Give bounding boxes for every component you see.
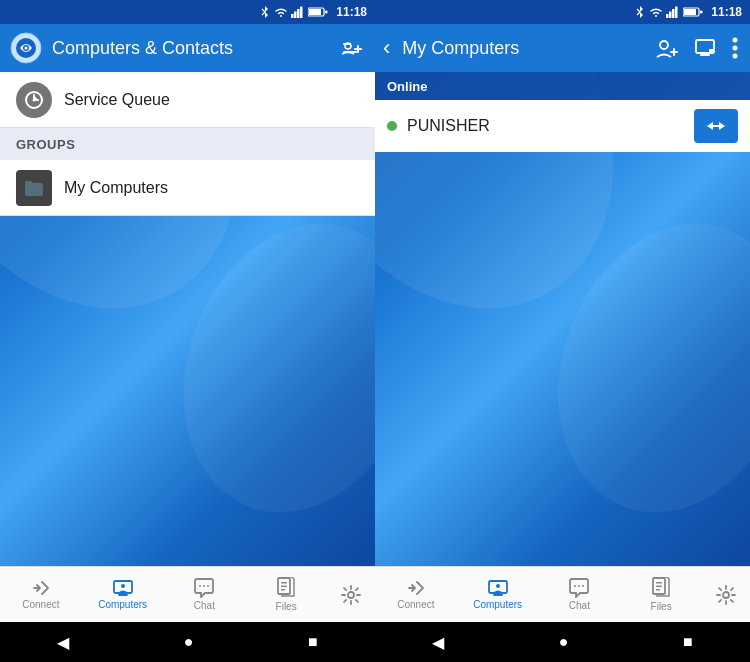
left-panel: 11:18 Computers & Contacts: [0, 0, 375, 662]
online-status-dot: [387, 121, 397, 131]
add-contact-button[interactable]: [337, 33, 367, 63]
service-queue-item[interactable]: Service Queue: [0, 72, 375, 128]
signal-icon-right: [666, 6, 680, 18]
files-icon-right: [651, 577, 671, 599]
right-tab-chat[interactable]: Chat: [539, 567, 621, 622]
service-queue-label: Service Queue: [64, 91, 170, 109]
left-tab-connect[interactable]: Connect: [0, 567, 82, 622]
left-tab-connect-label: Connect: [22, 599, 59, 610]
tv-logo-icon: [10, 32, 42, 64]
connect-icon: [30, 579, 52, 597]
right-app-header: ‹ My Computers: [375, 24, 750, 72]
left-tab-bar: Connect Computers Chat: [0, 566, 375, 622]
back-button-left[interactable]: ◀: [41, 629, 85, 656]
svg-rect-35: [675, 7, 678, 19]
svg-line-31: [637, 12, 640, 15]
left-nav-bar: ◀ ● ■: [0, 622, 375, 662]
chat-icon-right: [568, 578, 590, 598]
svg-rect-27: [281, 586, 287, 588]
remote-arrows-icon: [705, 118, 727, 134]
settings-icon-right: [716, 585, 736, 605]
svg-rect-4: [297, 9, 300, 18]
home-button-right[interactable]: ●: [543, 629, 585, 655]
svg-line-1: [262, 12, 265, 15]
right-tab-computers[interactable]: Computers: [457, 567, 539, 622]
svg-point-12: [25, 47, 28, 50]
chat-icon: [193, 578, 215, 598]
service-queue-icon: [16, 82, 52, 118]
right-content-area: Online PUNISHER: [375, 72, 750, 566]
bluetooth-icon-right: [634, 5, 646, 19]
svg-rect-8: [325, 11, 328, 14]
right-tab-connect[interactable]: Connect: [375, 567, 457, 622]
battery-icon: [308, 7, 328, 17]
svg-rect-54: [656, 586, 662, 588]
right-tab-files-label: Files: [651, 601, 672, 612]
svg-rect-26: [281, 582, 287, 584]
right-nav-bar: ◀ ● ■: [375, 622, 750, 662]
svg-point-50: [578, 585, 580, 587]
more-options-icon: [732, 37, 738, 59]
svg-rect-17: [354, 48, 362, 50]
back-arrow-right[interactable]: ‹: [383, 35, 390, 61]
svg-point-22: [199, 585, 201, 587]
right-tab-files[interactable]: Files: [620, 567, 702, 622]
svg-point-21: [121, 584, 125, 588]
svg-rect-28: [281, 589, 285, 591]
left-tab-computers[interactable]: Computers: [82, 567, 164, 622]
svg-point-49: [574, 585, 576, 587]
my-computers-icon: [16, 170, 52, 206]
recents-button-right[interactable]: ■: [667, 629, 709, 655]
right-tab-chat-label: Chat: [569, 600, 590, 611]
left-tab-chat[interactable]: Chat: [164, 567, 246, 622]
right-header-title: My Computers: [402, 38, 644, 59]
svg-rect-37: [684, 9, 696, 15]
left-tab-files[interactable]: Files: [245, 567, 327, 622]
svg-point-44: [733, 38, 738, 43]
battery-icon-right: [683, 7, 703, 17]
svg-point-23: [203, 585, 205, 587]
left-tab-chat-label: Chat: [194, 600, 215, 611]
add-person-icon: [656, 37, 678, 59]
left-header-title: Computers & Contacts: [52, 38, 329, 59]
left-settings-button[interactable]: [327, 567, 375, 622]
remote-connect-button[interactable]: [694, 109, 738, 143]
svg-rect-41: [670, 51, 678, 53]
monitor-icon: [694, 37, 716, 59]
svg-rect-33: [669, 12, 672, 19]
svg-rect-43: [709, 49, 714, 54]
computers-tab-icon: [112, 579, 134, 597]
svg-rect-7: [309, 9, 321, 15]
wifi-icon: [274, 6, 288, 18]
folder-icon: [24, 179, 44, 197]
svg-point-29: [348, 592, 354, 598]
my-computers-label: My Computers: [64, 179, 168, 197]
my-computers-item[interactable]: My Computers: [0, 160, 375, 216]
svg-rect-32: [666, 14, 669, 18]
left-status-icons: [259, 5, 328, 19]
wifi-icon-right: [649, 6, 663, 18]
monitor-button[interactable]: [690, 33, 720, 63]
online-section: Online PUNISHER: [375, 72, 750, 152]
signal-icon: [291, 6, 305, 18]
more-options-button[interactable]: [728, 33, 742, 63]
bluetooth-icon: [259, 5, 271, 19]
punisher-computer-item[interactable]: PUNISHER: [375, 100, 750, 152]
groups-section-header: Groups: [0, 128, 375, 160]
svg-rect-5: [300, 7, 303, 19]
left-list-section: Service Queue Groups My Computers: [0, 72, 375, 216]
back-button-right[interactable]: ◀: [416, 629, 460, 656]
right-tab-bar: Connect Computers Chat: [375, 566, 750, 622]
computers-tab-icon-right: [487, 579, 509, 597]
left-time: 11:18: [336, 5, 367, 19]
svg-point-39: [660, 41, 668, 49]
right-settings-button[interactable]: [702, 567, 750, 622]
left-app-header: Computers & Contacts: [0, 24, 375, 72]
recents-button-left[interactable]: ■: [292, 629, 334, 655]
add-person-button[interactable]: [652, 33, 682, 63]
teamviewer-logo: [8, 30, 44, 66]
home-button-left[interactable]: ●: [168, 629, 210, 655]
svg-point-46: [733, 54, 738, 59]
svg-rect-3: [294, 12, 297, 19]
svg-point-45: [733, 46, 738, 51]
